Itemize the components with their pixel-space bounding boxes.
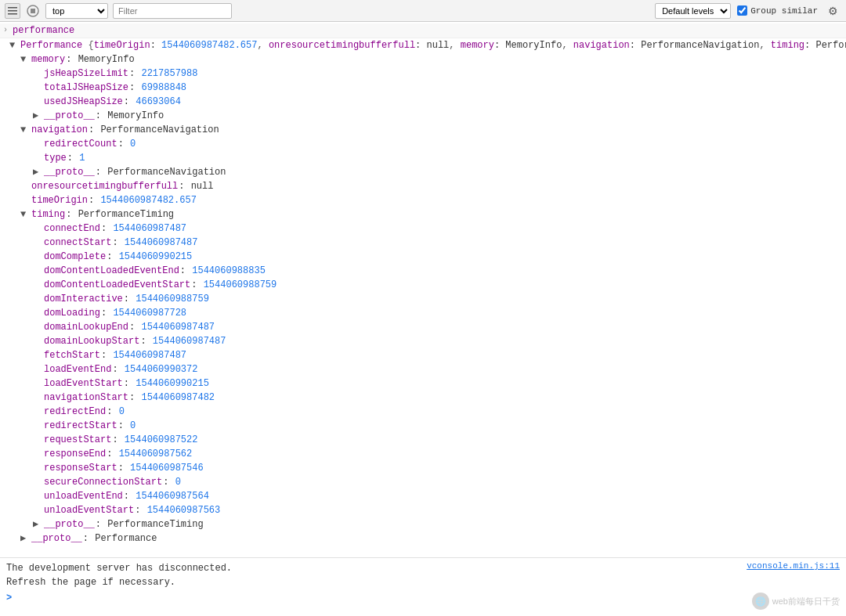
row-colon: : (89, 194, 99, 207)
row-value: null (191, 180, 214, 193)
filter-input[interactable] (113, 3, 232, 19)
row-key: navigation (31, 124, 88, 136)
row-toggle[interactable]: ▼ (20, 53, 31, 66)
row-toggle[interactable]: ▶ (20, 532, 31, 545)
row-colon: : (66, 208, 77, 221)
row-toggle[interactable]: ▶ (33, 166, 44, 178)
row-key: navigationStart (44, 391, 128, 404)
row-colon: : (118, 462, 129, 474)
row-value: PerformanceTiming (107, 518, 203, 531)
group-similar-label[interactable]: Group similar (737, 5, 818, 16)
row-colon: : (96, 166, 107, 178)
row-key: redirectEnd (44, 405, 106, 418)
tree-row: domContentLoadedEventEnd: 1544060988835 (0, 264, 846, 278)
settings-button[interactable]: ⚙ (824, 2, 841, 20)
row-key: __proto__ (31, 532, 82, 545)
tree-row: jsHeapSizeLimit: 2217857988 (0, 67, 846, 81)
row-value: 1544060987728 (113, 307, 186, 319)
row-value: 1544060987487 (113, 222, 186, 235)
tree-row: loadEventStart: 1544060990215 (0, 376, 846, 391)
tree-row: redirectStart: 0 (0, 419, 846, 433)
row-colon: : (179, 180, 190, 193)
row-value: 0 (130, 138, 136, 150)
status-bar: vconsole.min.js:11 The development serve… (0, 557, 846, 616)
row-value: 1 (79, 152, 85, 164)
row-key: onresourcetimingbufferfull (31, 180, 178, 193)
tree-row: secureConnectionStart: 0 (0, 475, 846, 489)
expand-toggle[interactable]: ▼ (9, 39, 20, 52)
row-key: timing (31, 208, 65, 221)
tree-row: responseStart: 1544060987546 (0, 461, 846, 475)
row-colon: : (112, 363, 123, 376)
row-value: 46693064 (136, 95, 181, 108)
row-key: fetchStart (44, 349, 100, 362)
tree-row: ▶ __proto__: PerformanceTiming (0, 517, 846, 531)
expression-label: performance (13, 25, 74, 36)
console-area: › performance ▼ Performance {timeOrigin:… (0, 22, 846, 557)
row-value: MemoryInfo (107, 110, 164, 122)
row-value: 1544060987487 (153, 335, 226, 348)
toolbar-right: Default levels Group similar ⚙ (655, 2, 841, 20)
row-key: loadEventStart (44, 377, 123, 390)
group-similar-checkbox[interactable] (737, 5, 747, 16)
error-line1: The development server has disconnected. (6, 561, 840, 575)
tree-row: domainLookupEnd: 1544060987487 (0, 320, 846, 334)
tree-row: domLoading: 1544060987728 (0, 306, 846, 320)
obj-timeorigin-val: 1544060987482.657 (161, 39, 257, 52)
row-value: PerformanceNavigation (107, 166, 226, 178)
tree-row: timeOrigin: 1544060987482.657 (0, 193, 846, 207)
source-link[interactable]: vconsole.min.js:11 (747, 561, 840, 571)
stop-recording-button[interactable] (25, 3, 41, 19)
row-value: 1544060987487 (125, 236, 198, 249)
row-colon: : (101, 307, 112, 319)
log-level-selector[interactable]: Default levels (655, 3, 731, 19)
tree-row: loadEventEnd: 1544060990372 (0, 362, 846, 376)
row-toggle[interactable]: ▶ (33, 518, 44, 531)
row-colon: : (129, 67, 140, 80)
row-key: connectEnd (44, 222, 100, 235)
row-colon: : (135, 504, 146, 517)
context-selector[interactable]: top (45, 3, 108, 19)
row-key: redirectStart (44, 420, 118, 432)
row-key: domLoading (44, 307, 100, 319)
row-value: 1544060987546 (130, 462, 204, 474)
row-value: PerformanceTiming (78, 208, 174, 221)
tree-row: ▼ timing: PerformanceTiming (0, 207, 846, 222)
row-colon: : (140, 335, 151, 348)
row-key: domainLookupStart (44, 335, 139, 348)
row-toggle[interactable]: ▼ (20, 208, 31, 221)
row-colon: : (124, 95, 135, 108)
row-value: 1544060987563 (147, 504, 221, 517)
expression-row: › performance (0, 23, 846, 38)
tree-row: domInteractive: 1544060988759 (0, 292, 846, 306)
tree-row: redirectCount: 0 (0, 137, 846, 151)
row-colon: : (129, 391, 140, 404)
row-key: timeOrigin (31, 194, 88, 207)
row-colon: : (107, 405, 118, 418)
row-value: 2217857988 (141, 67, 197, 80)
row-key: jsHeapSizeLimit (44, 67, 128, 80)
svg-rect-0 (8, 7, 17, 9)
tree-rows-container: ▼ memory: MemoryInfojsHeapSizeLimit: 221… (0, 52, 846, 546)
row-value: 0 (130, 420, 136, 432)
row-key: loadEventEnd (44, 363, 111, 376)
row-key: __proto__ (44, 518, 95, 531)
tree-row: connectEnd: 1544060987487 (0, 222, 846, 236)
tree-row: ▶ __proto__: MemoryInfo (0, 109, 846, 123)
row-key: unloadEventStart (44, 504, 134, 517)
row-key: memory (31, 53, 65, 66)
row-value: 1544060988759 (204, 279, 277, 291)
row-key: redirectCount (44, 138, 118, 150)
expression-arrow: › (3, 26, 8, 34)
tree-row: onresourcetimingbufferfull: null (0, 179, 846, 193)
row-value: 1544060987482.657 (100, 194, 196, 207)
tree-row: redirectEnd: 0 (0, 405, 846, 419)
row-toggle[interactable]: ▼ (20, 124, 31, 136)
row-toggle[interactable]: ▶ (33, 110, 44, 122)
row-value: 1544060990215 (136, 377, 209, 390)
console-tree: › performance ▼ Performance {timeOrigin:… (0, 22, 846, 547)
row-key: responseEnd (44, 448, 106, 460)
sidebar-toggle-button[interactable] (5, 3, 20, 19)
row-value: PerformanceNavigation (100, 124, 219, 136)
object-header-row: ▼ Performance {timeOrigin: 1544060987482… (0, 38, 846, 52)
